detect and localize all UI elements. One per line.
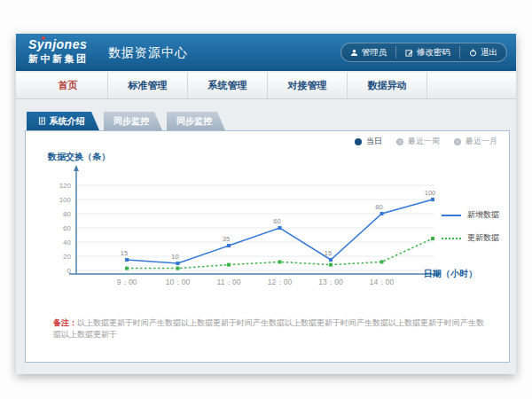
logo: Synjones 新中新集团 [28,37,89,66]
svg-text:9：00: 9：00 [117,278,137,286]
header: Synjones 新中新集团 数据资源中心 管理员 修改密码 退出 [16,34,516,71]
power-icon [469,49,477,57]
tab-sync-monitor-1[interactable]: 同步监控 [104,112,162,130]
logout-label: 退出 [481,47,497,59]
svg-text:100: 100 [425,189,436,197]
radio-dot [396,138,403,145]
svg-text:60: 60 [273,217,280,225]
svg-text:35: 35 [223,235,230,243]
svg-text:12：00: 12：00 [268,278,293,286]
footnote: 备注：以上数据更新于时间产生数据以上数据更新于时间产生数据以上数据更新于时间产生… [53,317,489,340]
svg-text:20: 20 [63,253,71,261]
main-nav: 首页 标准管理 系统管理 对接管理 数据异动 [16,73,516,99]
page-title: 数据资源中心 [108,45,188,61]
svg-text:10: 10 [171,253,178,261]
legend-line-solid-icon [442,215,461,216]
svg-text:11：00: 11：00 [217,278,241,286]
svg-text:15: 15 [121,249,128,257]
logo-company-text: 新中新集团 [28,52,89,66]
tab-label: 系统介绍 [50,115,85,128]
radio-last-month[interactable]: 最近一月 [454,136,497,147]
radio-dot-selected [355,138,362,145]
svg-text:13：00: 13：00 [318,278,343,286]
logout-button[interactable]: 退出 [459,46,506,59]
svg-text:60: 60 [63,224,71,232]
change-password-label: 修改密码 [417,47,450,59]
nav-item-standards[interactable]: 标准管理 [108,73,188,98]
tab-label: 同步监控 [176,115,212,128]
nav-item-system[interactable]: 系统管理 [188,73,268,98]
svg-text:10：00: 10：00 [166,278,191,286]
svg-text:40: 40 [63,239,71,246]
radio-today[interactable]: 当日 [355,136,382,147]
legend-label: 更新数据 [467,232,499,244]
user-admin-label: 管理员 [362,47,387,59]
tab-bar: 系统介绍 同步监控 同步监控 [27,112,230,130]
change-password-button[interactable]: 修改密码 [395,46,459,59]
svg-text:120: 120 [59,182,72,190]
tab-system-intro[interactable]: 系统介绍 [27,112,99,130]
logo-brand-text: Synjones [28,37,89,51]
x-axis-title: 日期（小时） [424,268,477,280]
legend-line-dashed-icon [442,238,461,239]
svg-text:100: 100 [59,196,72,204]
radio-label: 当日 [366,136,382,147]
nav-item-integration[interactable]: 对接管理 [268,73,348,98]
svg-text:14：00: 14：00 [370,278,395,286]
footnote-label: 备注： [53,318,77,327]
legend-item-updated-data: 更新数据 [442,232,499,244]
user-icon [350,49,358,57]
user-admin-button[interactable]: 管理员 [341,46,396,59]
svg-text:80: 80 [63,210,71,218]
nav-item-home[interactable]: 首页 [28,73,108,98]
legend-label: 新增数据 [467,209,499,221]
radio-label: 最近一周 [408,136,440,147]
line-chart: 0204060801001209：0010：0011：0012：0013：001… [35,162,443,288]
logo-red-dot [42,36,45,40]
radio-label: 最近一月 [466,136,497,147]
svg-text:15: 15 [325,249,332,257]
radio-last-week[interactable]: 最近一周 [396,136,440,147]
svg-text:0: 0 [67,267,72,275]
period-filter: 当日 最近一周 最近一月 [355,136,497,147]
y-axis-title: 数据交换（条） [48,151,110,163]
document-icon [38,117,46,125]
footnote-text: 以上数据更新于时间产生数据以上数据更新于时间产生数据以上数据更新于时间产生数据以… [53,318,484,339]
chart-legend: 新增数据 更新数据 [442,209,499,255]
tab-sync-monitor-2[interactable]: 同步监控 [167,112,225,130]
tab-label: 同步监控 [113,115,149,128]
legend-item-new-data: 新增数据 [442,209,499,221]
svg-text:80: 80 [375,203,382,211]
edit-icon [405,49,413,57]
user-menu: 管理员 修改密码 退出 [340,43,508,62]
app-window: Synjones 新中新集团 数据资源中心 管理员 修改密码 退出 首页 标准管… [16,34,516,374]
nav-item-data-changes[interactable]: 数据异动 [348,73,427,98]
radio-dot [454,138,461,145]
